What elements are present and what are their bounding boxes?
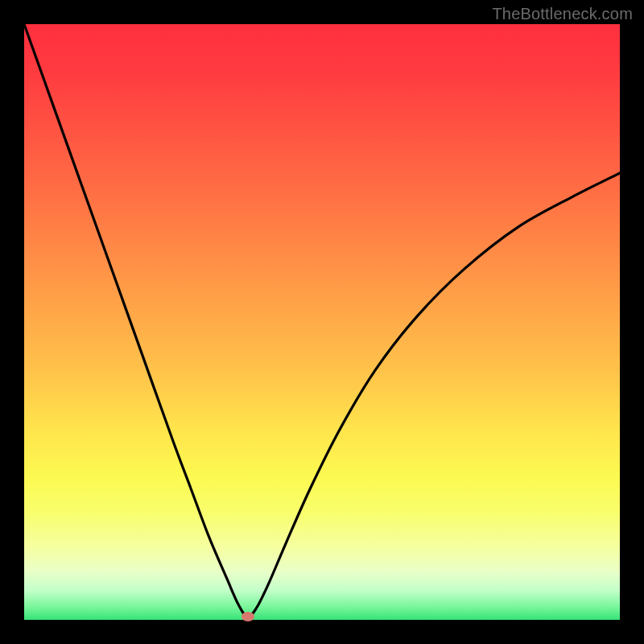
watermark-text: TheBottleneck.com [492, 5, 633, 23]
curve-path [24, 24, 620, 617]
chart-frame: TheBottleneck.com [0, 0, 644, 644]
minimum-marker [242, 612, 254, 621]
bottleneck-curve [24, 24, 620, 620]
